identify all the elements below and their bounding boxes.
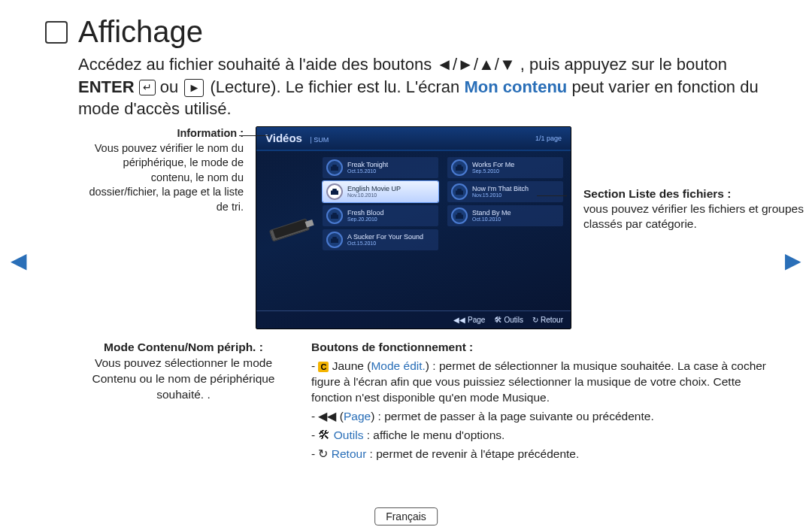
page-text: : permet de passer à la page suivante ou… [374,410,653,422]
information-body: Vous pouvez vérifier le nom du périphéri… [89,142,244,213]
file-name: A Sucker For Your Sound [347,234,423,241]
func-item-yellow: C Jaune (Mode édit.) : permet de sélecti… [311,359,767,406]
mode-content-label: Mode Contenu/Nom périph. : [104,341,263,353]
video-file-icon [326,232,343,248]
information-callout: Information : Vous pouvez vérifier le no… [78,126,244,214]
file-date: Sep.20.2010 [347,217,384,222]
mode-content-callout: Mode Contenu/Nom périph. : Vous pouvez s… [78,340,289,465]
footer-page-label: Page [468,316,485,324]
file-list-label: Section Liste des fichiers : [583,187,731,200]
function-buttons-callout: Boutons de fonctionnement : C Jaune (Mod… [311,340,767,465]
func-item-return: ↻ Retour : permet de revenir à l'étape p… [311,447,767,462]
file-date: Nov.15.2010 [472,192,529,198]
video-file-icon [326,159,343,176]
enter-icon: ↵ [139,80,156,95]
screen-title: Vidéos [265,132,302,144]
func-item-tools: 🛠 Outils : affiche le menu d'options. [311,428,767,444]
information-label: Information : [177,127,244,139]
video-file-icon [451,159,468,176]
file-item[interactable]: Freak TonightOct.15.2010 [323,157,438,178]
file-list-body: vous pouvez vérifier les fichiers et gro… [583,202,804,230]
tools-label: Outils [334,429,364,441]
next-page-arrow[interactable]: ▶ [785,248,801,273]
mode-edit-highlight: Mode édit. [371,359,425,372]
file-name: Fresh Blood [347,210,384,217]
file-date: Oct.15.2010 [347,241,423,246]
intro-paragraph: Accédez au fichier souhaité à l'aide des… [45,53,767,120]
page-glyph-icon: ◀◀ [318,410,336,422]
mon-contenu-highlight: Mon contenu [464,77,567,96]
tools-glyph-icon: 🛠 [318,429,330,441]
file-item[interactable]: Now I'm That BitchNov.15.2010 [447,181,563,202]
file-name: Freak Tonight [347,162,388,168]
file-date: Nov.10.2010 [347,192,401,198]
footer-tools-label: Outils [504,316,523,324]
video-file-icon [451,207,468,224]
file-name: Works For Me [472,162,514,168]
jaune-prefix: Jaune ( [329,359,371,372]
intro-text-1: Accédez au fichier souhaité à l'aide des… [78,55,436,74]
lead-line [537,195,567,196]
video-file-icon [326,183,343,200]
file-item[interactable]: English Movie UPNov.10.2010 [323,181,438,202]
videos-screen-mock: Vidéos | SUM 1/1 page Freak TonightOct.1… [256,126,571,329]
arrow-keys-glyph: ◄/►/▲/▼ [436,55,515,74]
lead-line [239,135,269,136]
video-file-icon [451,183,468,200]
screen-page-indicator: 1/1 page [535,135,562,142]
footer-return-label: Retour [541,316,563,324]
return-glyph-icon: ↻ [318,447,328,460]
mode-content-body: Vous pouvez sélectionner le mode Contenu… [92,356,274,401]
file-item[interactable]: Fresh BloodSep.20.2010 [323,205,438,226]
file-item[interactable]: Stand By MeOct.10.2010 [447,205,563,226]
intro-ou: ou [160,77,183,96]
file-name: Stand By Me [472,210,511,217]
file-date: Oct.15.2010 [347,168,388,174]
prev-page-arrow[interactable]: ◀ [11,248,27,273]
language-pill[interactable]: Français [374,507,438,525]
page-title: Affichage [78,15,203,49]
play-icon: ► [184,79,204,97]
screen-footer: ◀◀Page 🛠Outils ↻Retour [256,310,571,329]
footer-tools-icon: 🛠 [494,316,501,324]
intro-text-2: , puis appuyez sur le bouton [520,55,727,74]
video-file-icon [326,207,343,224]
page-label: Page [344,410,371,422]
file-list-callout: Section Liste des fichiers : vous pouvez… [583,126,809,232]
file-date: Sep.5.2010 [472,168,514,174]
file-name: English Movie UP [347,186,401,192]
func-item-page: ◀◀ (Page) : permet de passer à la page s… [311,409,767,425]
return-text: : permet de revenir à l'étape précédente… [366,447,579,460]
file-item[interactable]: Works For MeSep.5.2010 [447,157,563,178]
usb-device-icon [270,220,309,241]
footer-page-icon: ◀◀ [453,316,465,324]
return-label: Retour [332,447,367,460]
screen-subtitle: | SUM [310,136,329,144]
footer-return-icon: ↻ [532,316,538,324]
file-date: Oct.10.2010 [472,217,511,222]
section-bullet-icon [45,21,68,44]
tools-text: : affiche le menu d'options. [363,429,504,441]
c-yellow-badge: C [318,362,329,372]
function-buttons-label: Boutons de fonctionnement : [311,341,473,353]
intro-text-3: (Lecture). Le fichier est lu. L'écran [210,77,464,96]
file-name: Now I'm That Bitch [472,186,529,192]
file-item[interactable]: A Sucker For Your SoundOct.15.2010 [323,229,438,250]
enter-key-label: ENTER [78,77,135,96]
